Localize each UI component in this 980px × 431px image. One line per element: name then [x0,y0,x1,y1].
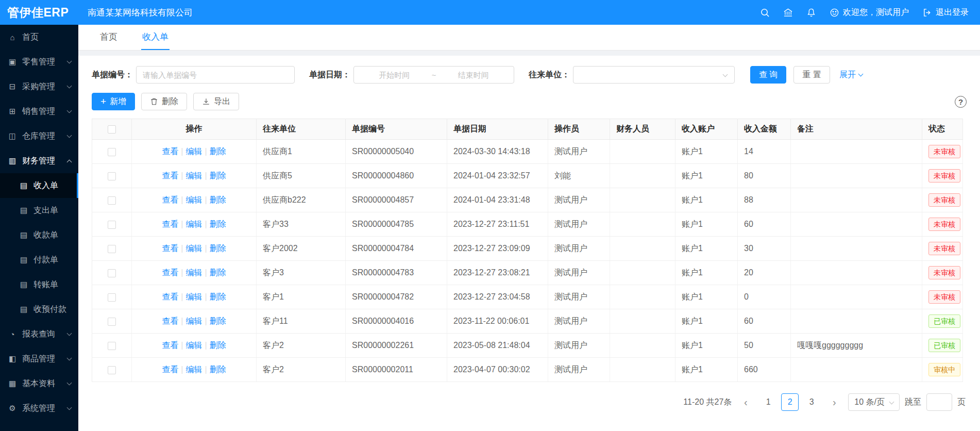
row-checkbox[interactable] [108,148,116,156]
expand-link[interactable]: 展开 [839,70,863,80]
cell-account: 账户1 [675,237,738,261]
row-action-delete[interactable]: 删除 [210,244,226,253]
sidebar-item-home[interactable]: ⌂首页 [0,25,78,49]
select-all-checkbox[interactable] [108,125,116,134]
row-action-view[interactable]: 查看 [162,220,178,228]
row-action-edit[interactable]: 编辑 [186,268,202,277]
row-action-view[interactable]: 查看 [162,171,178,180]
table-row: 查看|编辑|删除客户2002SR000000047842023-12-27 23… [92,237,963,261]
actions-cell: 查看|编辑|删除 [132,285,257,309]
row-action-delete[interactable]: 删除 [210,171,226,180]
welcome-user[interactable]: 欢迎您，测试用户 [830,7,909,18]
row-action-edit[interactable]: 编辑 [186,195,202,204]
doc-icon: ▤ [19,181,29,190]
sidebar-item-finance[interactable]: ▥财务管理 [0,148,78,173]
search-icon[interactable] [760,8,770,18]
date-end-input[interactable] [438,71,509,79]
row-checkbox[interactable] [108,293,116,302]
page-size-select[interactable]: 10 条/页 [848,393,900,411]
action-separator: | [181,292,183,301]
row-action-delete[interactable]: 删除 [210,317,226,325]
row-action-delete[interactable]: 删除 [210,365,226,374]
pagination-pages: 123 [759,393,820,411]
row-action-view[interactable]: 查看 [162,244,178,253]
sidebar-item-basic[interactable]: ▦基本资料 [0,371,78,396]
bell-icon[interactable] [806,8,816,18]
delete-button[interactable]: 删除 [141,93,187,110]
row-checkbox[interactable] [108,318,116,326]
row-action-edit[interactable]: 编辑 [186,341,202,350]
cell-remark: 嘎嘎嘎ggggggggg [791,334,922,358]
date-range-picker[interactable]: ~ [353,66,514,84]
row-action-edit[interactable]: 编辑 [186,244,202,253]
row-checkbox[interactable] [108,245,116,253]
row-action-edit[interactable]: 编辑 [186,171,202,180]
row-action-delete[interactable]: 删除 [210,341,226,350]
sidebar-item-sales[interactable]: ⊞销售管理 [0,99,78,124]
toolbar: + 新增 删除 导出 ? [92,93,967,110]
row-action-view[interactable]: 查看 [162,195,178,204]
partner-select[interactable] [573,66,735,84]
sidebar-item-goods[interactable]: ◧商品管理 [0,346,78,371]
sidebar-item-warehouse[interactable]: ◫仓库管理 [0,124,78,148]
row-action-edit[interactable]: 编辑 [186,147,202,156]
cell-partner: 客户2002 [257,237,346,261]
sidebar-item-expense[interactable]: ▤支出单 [0,198,78,223]
cell-remark [791,237,922,261]
row-action-delete[interactable]: 删除 [210,147,226,156]
reset-button[interactable]: 重 置 [793,66,830,84]
sidebar-item-transfer[interactable]: ▤转账单 [0,272,78,297]
sidebar-item-income[interactable]: ▤收入单 [0,173,78,198]
row-action-edit[interactable]: 编辑 [186,365,202,374]
row-action-delete[interactable]: 删除 [210,220,226,228]
sidebar-item-report[interactable]: ◔报表查询 [0,322,78,346]
row-checkbox[interactable] [108,366,116,374]
row-checkbox[interactable] [108,221,116,229]
export-button[interactable]: 导出 [193,93,239,110]
date-start-input[interactable] [359,71,430,79]
row-action-edit[interactable]: 编辑 [186,292,202,301]
export-button-label: 导出 [214,96,230,107]
tab-income[interactable]: 收入单 [141,25,170,50]
prev-page-button[interactable]: ‹ [737,393,754,411]
tab-home[interactable]: 首页 [99,25,119,50]
sidebar-item-receipt[interactable]: ▤收款单 [0,223,78,247]
sidebar-item-prepaid[interactable]: ▤收预付款 [0,297,78,322]
row-action-view[interactable]: 查看 [162,292,178,301]
page-button-2[interactable]: 2 [781,393,799,411]
logout-button[interactable]: 退出登录 [922,7,969,18]
row-checkbox[interactable] [108,196,116,205]
jump-input[interactable] [926,393,952,411]
row-action-edit[interactable]: 编辑 [186,317,202,325]
next-page-button[interactable]: › [825,393,843,411]
row-action-view[interactable]: 查看 [162,147,178,156]
row-action-view[interactable]: 查看 [162,268,178,277]
sidebar-item-purchase[interactable]: ⊟采购管理 [0,74,78,99]
row-action-view[interactable]: 查看 [162,365,178,374]
sidebar-item-retail[interactable]: ▣零售管理 [0,49,78,74]
bank-icon[interactable] [783,8,793,18]
row-checkbox[interactable] [108,342,116,350]
row-action-delete[interactable]: 删除 [210,195,226,204]
page-button-3[interactable]: 3 [803,393,820,411]
chevron-down-icon [889,399,894,404]
actions-cell: 查看|编辑|删除 [132,188,257,212]
help-icon[interactable]: ? [955,96,967,108]
actions-cell: 查看|编辑|删除 [132,358,257,382]
row-checkbox[interactable] [108,269,116,277]
row-action-edit[interactable]: 编辑 [186,220,202,228]
cell-operator: 测试用户 [548,309,610,334]
add-button[interactable]: + 新增 [92,93,135,110]
sidebar-item-payment[interactable]: ▤付款单 [0,247,78,272]
row-action-view[interactable]: 查看 [162,341,178,350]
row-checkbox[interactable] [108,172,116,180]
doc-no-input[interactable] [136,66,295,84]
row-action-delete[interactable]: 删除 [210,268,226,277]
search-button[interactable]: 查 询 [750,66,786,84]
page-button-1[interactable]: 1 [759,393,777,411]
row-action-delete[interactable]: 删除 [210,292,226,301]
row-action-view[interactable]: 查看 [162,317,178,325]
finance-icon: ▥ [7,156,18,165]
cell-amount: 88 [738,188,791,212]
sidebar-item-system[interactable]: ⚙系统管理 [0,396,78,421]
